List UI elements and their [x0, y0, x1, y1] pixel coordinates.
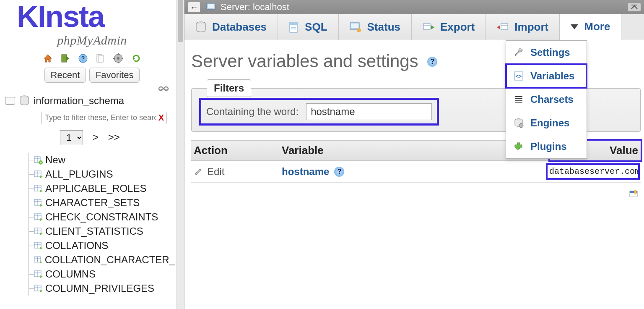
more-item-engines[interactable]: Engines: [506, 111, 587, 135]
table-icon: [34, 270, 43, 279]
more-item-variables[interactable]: <> Variables: [506, 64, 587, 88]
home-icon[interactable]: [42, 54, 54, 63]
svg-point-84: [519, 123, 523, 128]
svg-marker-30: [40, 190, 43, 192]
reload-icon[interactable]: [130, 54, 143, 63]
collapse-toggle-icon[interactable]: −: [5, 97, 15, 105]
table-row: Edit hostname ? databaseserver.com: [191, 161, 641, 183]
tree-item[interactable]: CLIENT_STATISTICS: [5, 224, 175, 238]
tab-sql[interactable]: SQL: [278, 14, 338, 40]
svg-marker-1: [44, 55, 52, 62]
main: ← Server: localhost Databases SQL Status…: [184, 0, 644, 309]
variables-icon: <>: [514, 71, 524, 81]
tree-item[interactable]: APPLICABLE_ROLES: [5, 181, 175, 196]
db-icon: [195, 21, 206, 33]
link-icon[interactable]: [158, 87, 169, 93]
svg-marker-38: [40, 218, 43, 221]
docs-icon[interactable]: [94, 54, 106, 63]
favorites-tab[interactable]: Favorites: [89, 68, 140, 83]
help-icon[interactable]: ?: [427, 57, 437, 67]
tab-import[interactable]: Import: [486, 14, 560, 40]
engines-icon: [514, 118, 524, 128]
scrollbar-thumb[interactable]: [178, 0, 183, 42]
page-next[interactable]: >: [93, 131, 99, 143]
logout-icon[interactable]: [59, 54, 72, 63]
containing-input[interactable]: [306, 103, 432, 120]
svg-text:KInsta: KInsta: [17, 2, 105, 33]
svg-rect-65: [290, 22, 297, 25]
svg-text:<>: <>: [516, 73, 522, 79]
filters-legend: Filters: [207, 79, 251, 97]
logo-link[interactable]: KInsta: [17, 2, 168, 34]
table-icon: [34, 198, 43, 207]
table-icon: [34, 241, 43, 250]
bookmark-icon[interactable]: [629, 190, 638, 199]
tree-item[interactable]: COLLATION_CHARACTER_: [5, 253, 175, 267]
svg-rect-60: [208, 4, 214, 8]
more-item-settings[interactable]: Settings: [506, 41, 587, 64]
collapse-panel-icon[interactable]: [628, 3, 641, 11]
tab-databases[interactable]: Databases: [184, 14, 278, 40]
table-icon: [34, 212, 43, 222]
svg-rect-7: [99, 55, 104, 62]
tree-filter-row: X: [5, 109, 175, 126]
tab-status[interactable]: Status: [339, 14, 412, 40]
page-title: Server variables and settings: [191, 51, 418, 71]
sidebar: KInsta phpMyAdmin ? Recent Favorites: [0, 0, 184, 309]
server-breadcrumb[interactable]: Server: localhost: [221, 2, 289, 13]
page-last[interactable]: >>: [108, 131, 120, 143]
svg-point-9: [117, 57, 119, 60]
more-dropdown: Settings <> Variables Charsets Engines P…: [506, 40, 587, 159]
tree-item[interactable]: COLLATIONS: [5, 238, 175, 253]
svg-marker-73: [431, 25, 434, 29]
tree-item[interactable]: ALL_PLUGINS: [5, 167, 175, 181]
svg-text:?: ?: [81, 55, 85, 62]
tab-export[interactable]: Export: [412, 14, 486, 40]
svg-text:+: +: [40, 161, 42, 165]
page-select[interactable]: 1: [60, 130, 83, 145]
tree-item[interactable]: CHARACTER_SETS: [5, 196, 175, 210]
sidebar-scrollbar[interactable]: [177, 0, 184, 309]
help-icon[interactable]: ?: [77, 54, 89, 63]
svg-rect-87: [634, 190, 636, 194]
svg-rect-71: [423, 24, 430, 29]
svg-point-70: [357, 28, 361, 32]
variable-name[interactable]: hostname ?: [282, 166, 548, 178]
chevron-down-icon: [571, 24, 578, 29]
db-icon: [19, 95, 29, 106]
edit-action[interactable]: Edit: [194, 166, 282, 178]
gear-icon[interactable]: [112, 53, 125, 63]
tree-filter-input[interactable]: [41, 112, 167, 124]
more-item-charsets[interactable]: Charsets: [506, 88, 587, 111]
svg-marker-50: [40, 261, 42, 263]
tree-new-table[interactable]: + New: [5, 153, 175, 167]
tree-item[interactable]: COLUMNS: [5, 267, 175, 281]
db-label: information_schema: [34, 95, 124, 107]
phpmyadmin-subtitle: phpMyAdmin: [4, 33, 180, 47]
back-button[interactable]: ←: [188, 2, 200, 13]
svg-marker-42: [40, 233, 43, 235]
variable-help-icon[interactable]: ?: [334, 167, 344, 177]
quick-icon-row: ?: [0, 53, 184, 63]
table-icon: [34, 170, 43, 179]
status-icon: [350, 22, 361, 33]
tree-item[interactable]: COLUMN_PRIVILEGES: [5, 281, 175, 296]
export-icon: [423, 22, 434, 33]
recent-tab[interactable]: Recent: [44, 68, 86, 83]
tree-item[interactable]: CHECK_CONSTRAINTS: [5, 210, 175, 224]
main-tabs: Databases SQL Status Export Import More: [184, 14, 644, 40]
tab-more[interactable]: More: [560, 14, 621, 40]
more-item-plugins[interactable]: Plugins: [506, 135, 587, 158]
db-node[interactable]: − information_schema: [5, 95, 175, 107]
kinsta-logo-icon: KInsta: [17, 2, 168, 33]
svg-rect-61: [210, 9, 212, 11]
svg-marker-3: [67, 56, 69, 60]
variable-value: databaseserver.com: [548, 165, 638, 178]
clear-filter-icon[interactable]: X: [158, 113, 164, 122]
plugins-icon: [514, 141, 524, 152]
tree-new-label: New: [45, 154, 65, 166]
th-action: Action: [191, 141, 279, 160]
charsets-icon: [514, 94, 524, 105]
new-table-icon: +: [34, 155, 43, 165]
svg-marker-54: [40, 275, 43, 278]
